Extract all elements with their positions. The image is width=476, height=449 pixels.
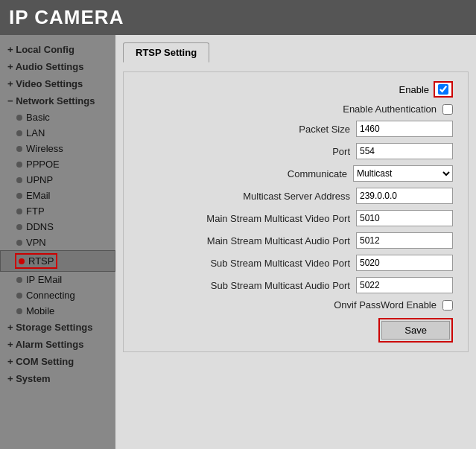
sidebar-item-video-settings[interactable]: + Video Settings (0, 75, 115, 92)
port-input[interactable] (356, 143, 453, 159)
main-audio-port-label: Main Stream Multicast Audio Port (179, 235, 350, 246)
enable-auth-label: Enable Authentication (265, 104, 437, 115)
sub-video-port-label: Sub Stream Multicast Video Port (179, 258, 350, 269)
communicate-label: Communicate (176, 168, 347, 179)
onvif-pwd-row: Onvif PassWord Enable (139, 299, 453, 311)
multicast-server-input[interactable] (356, 188, 453, 204)
sidebar-item-rtsp[interactable]: RTSP (0, 250, 115, 272)
sidebar-item-pppoe[interactable]: PPPOE (0, 156, 115, 172)
packet-size-row: Packet Size (139, 121, 453, 137)
onvif-pwd-checkbox[interactable] (442, 300, 453, 311)
save-button-wrapper: Save (378, 318, 453, 343)
packet-size-label: Packet Size (179, 124, 350, 135)
tab-bar: RTSP Setting (123, 42, 469, 63)
enable-row: Enable (139, 81, 453, 98)
sub-video-port-input[interactable] (356, 255, 453, 271)
communicate-select[interactable]: Multicast Unicast (353, 165, 453, 182)
sub-video-port-row: Sub Stream Multicast Video Port (139, 255, 453, 271)
sub-audio-port-label: Sub Stream Multicast Audio Port (179, 280, 350, 291)
tab-rtsp-setting[interactable]: RTSP Setting (123, 42, 209, 63)
main-video-port-row: Main Stream Multicast Video Port (139, 210, 453, 226)
sidebar-item-mobile[interactable]: Mobile (0, 303, 115, 319)
sidebar-item-ddns[interactable]: DDNS (0, 219, 115, 235)
main-audio-port-input[interactable] (356, 232, 453, 249)
sidebar-item-upnp[interactable]: UPNP (0, 172, 115, 188)
page-title: IP CAMERA (9, 6, 124, 28)
sidebar-item-storage-settings[interactable]: + Storage Settings (0, 319, 115, 336)
sidebar-item-alarm-settings[interactable]: + Alarm Settings (0, 336, 115, 353)
enable-label: Enable (399, 84, 429, 95)
multicast-server-row: Multicast Server Address (139, 188, 453, 204)
enable-auth-row: Enable Authentication (139, 104, 453, 115)
enable-auth-checkbox[interactable] (442, 104, 453, 115)
onvif-pwd-label: Onvif PassWord Enable (265, 299, 437, 311)
sidebar: + Local Config + Audio Settings + Video … (0, 35, 115, 449)
sidebar-item-email[interactable]: EMail (0, 188, 115, 203)
sidebar-item-wireless[interactable]: Wireless (0, 141, 115, 156)
sidebar-item-ftp[interactable]: FTP (0, 203, 115, 219)
sidebar-item-com-setting[interactable]: + COM Setting (0, 353, 115, 370)
sidebar-item-audio-settings[interactable]: + Audio Settings (0, 58, 115, 75)
sidebar-item-system[interactable]: + System (0, 370, 115, 387)
enable-checkbox[interactable] (438, 84, 448, 95)
sub-audio-port-row: Sub Stream Multicast Audio Port (139, 277, 453, 293)
packet-size-input[interactable] (356, 121, 453, 137)
sidebar-item-local-config[interactable]: + Local Config (0, 41, 115, 58)
sidebar-item-lan[interactable]: LAN (0, 125, 115, 141)
sidebar-item-network-settings[interactable]: − Network Settings (0, 92, 115, 109)
main-video-port-input[interactable] (356, 210, 453, 226)
sub-audio-port-input[interactable] (356, 277, 453, 293)
multicast-server-label: Multicast Server Address (179, 191, 350, 202)
save-button[interactable]: Save (381, 321, 450, 340)
sidebar-item-ip-email[interactable]: IP EMail (0, 272, 115, 287)
main-video-port-label: Main Stream Multicast Video Port (179, 213, 350, 224)
main-content: RTSP Setting Enable Enable Authenticatio… (115, 35, 476, 449)
save-row: Save (139, 318, 453, 343)
port-label: Port (179, 146, 350, 157)
main-audio-port-row: Main Stream Multicast Audio Port (139, 232, 453, 249)
sidebar-item-vpn[interactable]: VPN (0, 235, 115, 250)
settings-panel: Enable Enable Authentication Packet Size… (123, 71, 469, 352)
page-header: IP CAMERA (0, 0, 476, 35)
port-row: Port (139, 143, 453, 159)
enable-checkbox-wrapper (434, 81, 453, 98)
sidebar-item-connecting[interactable]: Connecting (0, 287, 115, 303)
sidebar-item-basic[interactable]: Basic (0, 109, 115, 125)
communicate-row: Communicate Multicast Unicast (139, 165, 453, 182)
